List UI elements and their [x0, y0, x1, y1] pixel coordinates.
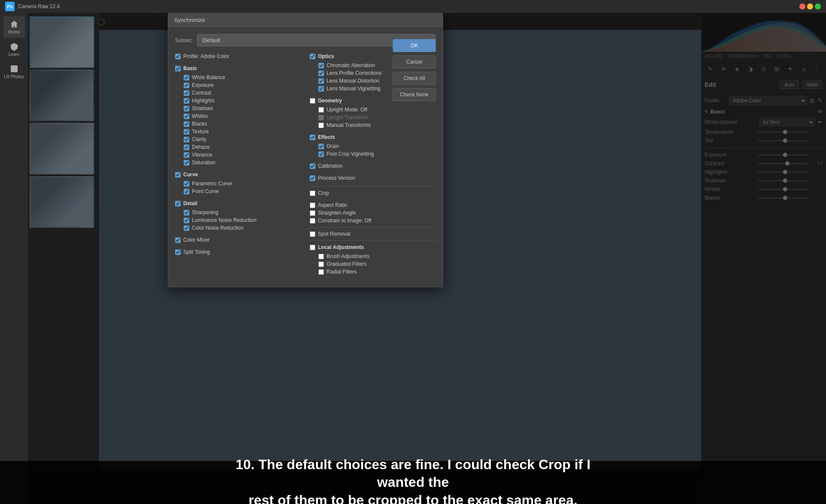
split-toning-check[interactable]: Split Toning	[175, 248, 301, 256]
grain-checkbox[interactable]	[318, 144, 324, 149]
straighten-check[interactable]: Straighten Angle	[310, 209, 436, 217]
calibration-checkbox[interactable]	[310, 163, 315, 169]
effects-checkbox[interactable]	[310, 135, 315, 140]
crop-checkbox[interactable]	[310, 191, 315, 196]
local-adj-checkbox[interactable]	[310, 245, 315, 250]
contrast-check[interactable]: Contrast	[175, 89, 301, 97]
sharpening-checkbox[interactable]	[184, 210, 189, 215]
saturation-checkbox[interactable]	[184, 160, 189, 166]
calibration-check[interactable]: Calibration	[310, 162, 436, 170]
ok-button[interactable]: OK	[393, 39, 436, 52]
optics-checkbox[interactable]	[310, 54, 315, 59]
chrom-ab-checkbox[interactable]	[318, 63, 324, 68]
manual-transform-check[interactable]: Manual Transforms	[310, 121, 436, 129]
minimize-button[interactable]	[807, 3, 813, 9]
split-toning-checkbox[interactable]	[175, 249, 181, 255]
exposure-checkbox[interactable]	[184, 83, 189, 88]
constrain-check[interactable]: Constrain to Image: Off	[310, 217, 436, 224]
sidebar-item-learn[interactable]: Learn	[3, 39, 25, 60]
post-crop-vig-check[interactable]: Post Crop Vignetting	[310, 150, 436, 158]
texture-checkbox[interactable]	[184, 129, 189, 135]
wb-check[interactable]: White Balance	[175, 74, 301, 81]
process-version-checkbox[interactable]	[310, 175, 315, 181]
vibrance-check[interactable]: Vibrance	[175, 151, 301, 159]
upright-transform-checkbox[interactable]	[318, 115, 324, 120]
effects-check[interactable]: Effects	[310, 133, 436, 141]
basic-checkbox[interactable]	[175, 66, 181, 71]
grad-filter-check[interactable]: Graduated Filters	[310, 260, 436, 268]
constrain-checkbox[interactable]	[310, 218, 315, 224]
check-all-button[interactable]: Check All	[393, 72, 436, 85]
point-curve-check[interactable]: Point Curve	[175, 187, 301, 195]
lum-noise-check[interactable]: Luminance Noise Reduction	[175, 216, 301, 224]
dehaze-check[interactable]: Dehaze	[175, 143, 301, 151]
check-none-button[interactable]: Check None	[393, 88, 436, 101]
point-curve-checkbox[interactable]	[184, 189, 189, 194]
upright-mode-checkbox[interactable]	[318, 107, 324, 113]
straighten-checkbox[interactable]	[310, 210, 315, 216]
shadows-check[interactable]: Shadows	[175, 104, 301, 112]
spot-removal-check[interactable]: Spot Removal	[310, 230, 436, 238]
basic-check[interactable]: Basic	[175, 65, 301, 72]
blacks-checkbox[interactable]	[184, 121, 189, 127]
profile-check[interactable]: Profile: Adobe Color	[175, 52, 301, 60]
grad-filter-checkbox[interactable]	[318, 261, 324, 267]
detail-check[interactable]: Detail	[175, 200, 301, 207]
upright-transform-check[interactable]: Upright Transform	[310, 114, 436, 121]
grain-check[interactable]: Grain	[310, 142, 436, 150]
color-mixer-checkbox[interactable]	[175, 237, 181, 243]
brush-adj-checkbox[interactable]	[318, 254, 324, 259]
post-crop-vig-checkbox[interactable]	[318, 151, 324, 157]
sidebar-item-home[interactable]: Home	[3, 16, 25, 38]
manual-transform-checkbox[interactable]	[318, 123, 324, 128]
texture-check[interactable]: Texture	[175, 128, 301, 135]
contrast-checkbox[interactable]	[184, 90, 189, 96]
sharpening-check[interactable]: Sharpening	[175, 209, 301, 216]
saturation-check[interactable]: Saturation	[175, 159, 301, 166]
crop-check[interactable]: Crop	[310, 189, 436, 197]
radial-filter-checkbox[interactable]	[318, 269, 324, 275]
divider-right3	[310, 240, 436, 241]
lum-noise-checkbox[interactable]	[184, 218, 189, 223]
local-adj-check[interactable]: Local Adjustments	[310, 243, 436, 251]
geometry-checkbox[interactable]	[310, 98, 315, 104]
effects-group: Effects Grain Post Crop Vignetting	[310, 133, 436, 158]
radial-filter-check[interactable]: Radial Filters	[310, 268, 436, 276]
shadows-checkbox[interactable]	[184, 106, 189, 111]
detail-checkbox[interactable]	[175, 201, 181, 206]
window-controls[interactable]	[799, 3, 821, 9]
color-noise-checkbox[interactable]	[184, 225, 189, 231]
aspect-ratio-check[interactable]: Aspect Ratio	[310, 201, 436, 209]
lens-vig-checkbox[interactable]	[318, 86, 324, 92]
param-curve-check[interactable]: Parametric Curve	[175, 180, 301, 187]
close-button[interactable]	[799, 3, 805, 9]
blacks-check[interactable]: Blacks	[175, 120, 301, 128]
lens-dist-checkbox[interactable]	[318, 78, 324, 84]
profile-checkbox[interactable]	[175, 54, 181, 59]
sidebar-item-lr[interactable]: LR Photos	[3, 61, 25, 83]
vibrance-checkbox[interactable]	[184, 152, 189, 158]
lens-profile-checkbox[interactable]	[318, 71, 324, 76]
whites-check[interactable]: Whites	[175, 112, 301, 120]
brush-adj-check[interactable]: Brush Adjustments	[310, 252, 436, 260]
param-curve-checkbox[interactable]	[184, 181, 189, 187]
clarity-checkbox[interactable]	[184, 137, 189, 142]
maximize-button[interactable]	[815, 3, 821, 9]
upright-mode-check[interactable]: Upright Mode: Off	[310, 106, 436, 114]
spot-removal-checkbox[interactable]	[310, 231, 315, 237]
dehaze-checkbox[interactable]	[184, 144, 189, 150]
exposure-check[interactable]: Exposure	[175, 81, 301, 89]
process-version-check[interactable]: Process Version	[310, 174, 436, 182]
whites-checkbox[interactable]	[184, 114, 189, 119]
curve-checkbox[interactable]	[175, 172, 181, 178]
highlights-check[interactable]: Highlights	[175, 97, 301, 104]
color-mixer-check[interactable]: Color Mixer	[175, 236, 301, 244]
dialog-cancel-button[interactable]: Cancel	[393, 55, 436, 68]
color-mixer-group: Color Mixer	[175, 236, 301, 244]
curve-check[interactable]: Curve	[175, 171, 301, 178]
color-noise-check[interactable]: Color Noise Reduction	[175, 224, 301, 232]
clarity-check[interactable]: Clarity	[175, 135, 301, 143]
wb-checkbox[interactable]	[184, 75, 189, 80]
aspect-ratio-checkbox[interactable]	[310, 203, 315, 208]
highlights-checkbox[interactable]	[184, 98, 189, 104]
